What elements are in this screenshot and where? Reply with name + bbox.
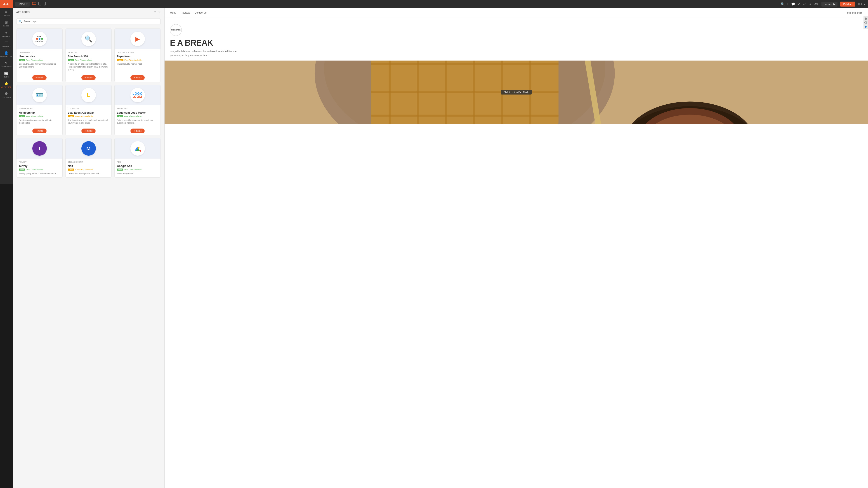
left-sidebar: duda ✏ DESIGN ⊞ PAGES ＋ WIDGETS ☰ CONTEN… <box>0 0 13 184</box>
app-desc-membership: Create an online community with site mem… <box>19 119 60 125</box>
app-badge-row-loxi: TRIAL Free Trial Available <box>68 115 109 118</box>
install-btn-logomaker[interactable]: + Install <box>130 129 145 133</box>
app-desc-search360: A powerful on-site search that fits your… <box>68 63 109 71</box>
app-body-paperform: Contact Form Paperform TRIAL Free Trial … <box>115 49 160 73</box>
app-icon-logomaker: LOGO .COM <box>130 88 145 102</box>
device-tablet-btn[interactable] <box>38 1 42 7</box>
svg-rect-0 <box>32 2 36 4</box>
top-header: Home ▾ <box>13 0 329 8</box>
app-card-paperform: ▶ Contact Form Paperform TRIAL Free Tria… <box>114 29 161 82</box>
app-icon-termly: T <box>32 141 47 156</box>
sidebar-item-content[interactable]: ☰ CONTENT <box>0 39 13 49</box>
app-category-logomaker: Branding <box>117 107 158 110</box>
page-selector[interactable]: Home ▾ <box>16 2 30 6</box>
app-icon-loxi: L <box>81 88 96 102</box>
app-icon-googleads <box>130 141 145 156</box>
food-image <box>164 61 329 124</box>
app-icon-area-paperform: ▶ <box>115 29 160 49</box>
badge-label-googleads: Free Plan Available <box>124 168 142 171</box>
panel-controls: ? ✕ <box>154 10 161 14</box>
personalize-icon: 👤 <box>4 51 9 55</box>
site-hero-image[interactable]: Click to edit in Flex Mode <box>164 61 329 124</box>
app-category-usercentrics: Compliance <box>19 51 60 54</box>
duda-logo[interactable]: duda <box>0 0 13 8</box>
app-desc-logomaker: Build a beautiful, memorable, brand your… <box>117 119 158 125</box>
nav-link-contact[interactable]: Contact us <box>195 11 207 14</box>
site-nav: Menu Reviews Contact us 555-555-5555 <box>164 8 329 18</box>
badge-free-usercentrics: FREE <box>19 59 25 61</box>
app-icon-area-membership: 🪪 <box>17 85 62 105</box>
device-mobile-btn[interactable] <box>43 1 46 7</box>
app-name-logomaker: Logo.com Logo Maker <box>117 111 158 114</box>
app-card-termly: T Policy Termly FREE Free Plan Available… <box>16 138 63 177</box>
install-btn-search360[interactable]: + Install <box>81 75 96 80</box>
sidebar-item-widgets[interactable]: ＋ WIDGETS <box>0 29 13 39</box>
app-badge-row-usercentrics: FREE Free Plan Available <box>19 59 60 61</box>
apps-grid: user centrics Compliance Usercentrics FR… <box>13 27 164 184</box>
app-desc-nolt: Collect and manage user feedback. <box>68 172 109 175</box>
sidebar-item-blog[interactable]: 📰 BLOG <box>0 69 13 79</box>
sidebar-item-app-store[interactable]: ⭐ APP STORE <box>0 79 13 90</box>
app-category-googleads: Ads <box>117 161 158 163</box>
app-category-search360: Search <box>68 51 109 54</box>
app-badge-row-paperform: TRIAL Free Trial Available <box>117 59 158 61</box>
sidebar-item-personalize[interactable]: 👤 PERSONALIZE <box>0 49 13 59</box>
app-name-nolt: Nolt <box>68 164 109 168</box>
app-name-membership: Membership <box>19 111 60 114</box>
sidebar-item-ecommerce[interactable]: 🛍 ECOMMERCE <box>0 59 13 69</box>
svg-point-4 <box>44 4 45 5</box>
app-icon-membership: 🪪 <box>32 88 47 102</box>
app-body-logomaker: Branding Logo.com Logo Maker FREE Free P… <box>115 105 160 127</box>
settings-icon: ⚙ <box>5 92 8 96</box>
app-icon-area-loxi: L <box>66 85 112 105</box>
site-hero-title: E A BREAK <box>170 38 329 48</box>
install-btn-usercentrics[interactable]: + Install <box>32 75 46 80</box>
panel-title: APP STORE <box>16 11 30 13</box>
panel-close-icon[interactable]: ✕ <box>158 10 161 14</box>
app-icon-area-termly: T <box>17 138 62 159</box>
app-name-usercentrics: Usercentrics <box>19 55 60 58</box>
badge-free-search360: FREE <box>68 59 74 61</box>
nav-link-menu[interactable]: Menu <box>170 11 176 14</box>
sidebar-item-settings[interactable]: ⚙ SETTINGS <box>0 90 13 100</box>
svg-rect-6 <box>164 61 329 124</box>
sidebar-item-pages[interactable]: ⊞ PAGES <box>0 18 13 29</box>
app-icon-area-usercentrics: user centrics <box>17 29 62 49</box>
pages-icon: ⊞ <box>5 20 8 24</box>
app-card-loxi: L Calendar Loxi Event Calendar TRIAL Fre… <box>65 85 112 135</box>
app-name-loxi: Loxi Event Calendar <box>68 111 109 114</box>
app-desc-termly: Privacy policy, terms of service and mor… <box>19 172 60 175</box>
panel-help-icon[interactable]: ? <box>154 10 156 14</box>
search-input[interactable] <box>24 20 158 23</box>
app-category-membership: Membership <box>19 107 60 110</box>
page-name: Home <box>18 2 25 6</box>
panel-header: APP STORE ? ✕ <box>13 8 164 16</box>
app-icon-area-nolt: M <box>66 138 112 159</box>
install-btn-loxi[interactable]: + Install <box>81 129 96 133</box>
app-card-nolt: M Engagement Nolt TRIAL Free Trial Avail… <box>65 138 112 177</box>
badge-trial-paperform: TRIAL <box>117 59 123 61</box>
device-buttons <box>32 1 46 7</box>
app-body-nolt: Engagement Nolt TRIAL Free Trial Availab… <box>66 159 112 177</box>
app-desc-googleads: Powered by Elaire. <box>117 172 158 175</box>
badge-label-membership: Free Plan Available <box>26 115 43 118</box>
app-desc-paperform: Make Beautiful Forms, Fast. <box>117 63 158 71</box>
app-body-usercentrics: Compliance Usercentrics FREE Free Plan A… <box>17 49 62 73</box>
site-hero: MILK CAFE E A BREAK ove, with delicious … <box>164 18 329 57</box>
app-category-paperform: Contact Form <box>117 51 158 54</box>
app-card-usercentrics: user centrics Compliance Usercentrics FR… <box>16 29 63 82</box>
sidebar-item-design[interactable]: ✏ DESIGN <box>0 8 13 18</box>
device-desktop-btn[interactable] <box>32 2 37 6</box>
site-logo: MILK CAFE <box>170 24 182 36</box>
app-store-panel: APP STORE ? ✕ 🔍 user <box>13 8 164 184</box>
app-name-termly: Termly <box>19 164 60 168</box>
app-desc-usercentrics: Cookie, Data and Privacy Compliance for … <box>19 63 60 71</box>
app-name-googleads: Google Ads <box>117 164 158 168</box>
nav-link-reviews[interactable]: Reviews <box>181 11 190 14</box>
install-btn-membership[interactable]: + Install <box>32 129 46 133</box>
install-btn-paperform[interactable]: + Install <box>130 75 145 80</box>
app-card-membership: 🪪 Membership Membership FREE Free Plan A… <box>16 85 63 135</box>
badge-trial-loxi: TRIAL <box>68 115 74 117</box>
app-body-search360: Search Site Search 360 FREE Free Plan Av… <box>66 49 112 73</box>
app-icon-area-search360: 🔍 <box>66 29 112 49</box>
